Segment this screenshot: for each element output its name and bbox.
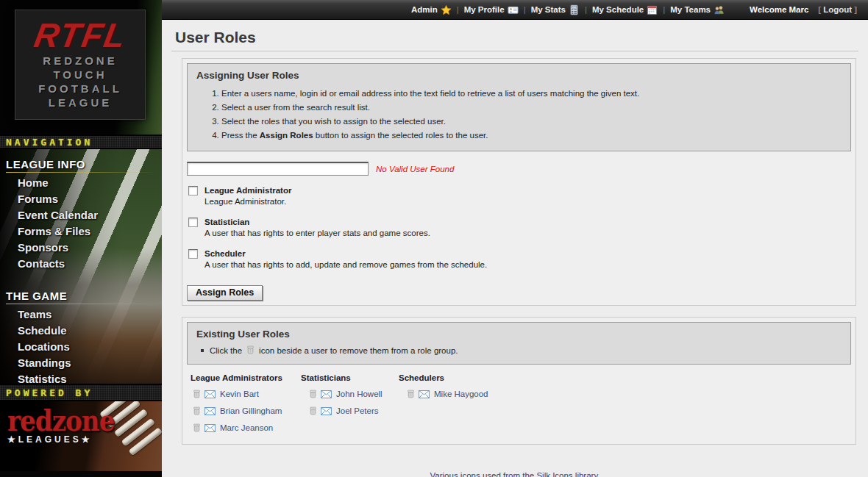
sidebar-section-title: LEAGUE INFO [6,149,156,175]
role-checkbox-league-administrator[interactable] [188,186,198,196]
hint-icon-slot [242,345,259,356]
league-logo-line: LEAGUE [15,96,145,110]
user-link[interactable]: Joel Peters [336,406,379,415]
bin-icon[interactable] [192,406,202,416]
topnav-my-profile[interactable]: My Profile [464,4,519,15]
league-logo: RTFL REDZONE TOUCH FOOTBALL LEAGUE [15,10,146,120]
sidebar-item-locations[interactable]: Locations [0,339,162,355]
sidebar-section-title: THE GAME [6,272,156,306]
redzone-leagues-logo[interactable]: redzone ★LEAGUES★ [7,406,124,445]
mail-icon[interactable] [204,407,216,415]
role-checkbox-scheduler[interactable] [188,249,198,259]
assign-roles-panel: Assigning User Roles Enter a users name,… [182,58,856,306]
topnav-label: My Teams [670,5,711,14]
assign-box-title: Assigning User Roles [196,70,842,81]
role-description: A user that has rights to enter player s… [204,228,430,239]
user-row-mike-haygood: Mike Haygood [399,389,488,399]
user-link[interactable]: Marc Jeanson [220,423,273,432]
calculator-icon [569,4,580,15]
user-row-marc-jeanson: Marc Jeanson [191,423,301,433]
role-name: League Administrator [204,185,291,196]
logout-wrap: [ Logout ] [816,5,859,14]
user-row-joel-peters: Joel Peters [301,406,399,416]
logout-link[interactable]: Logout [823,5,852,14]
sidebar-item-home[interactable]: Home [0,175,162,191]
group-icon [714,4,725,15]
user-search-input[interactable] [187,162,369,176]
bin-icon[interactable] [308,406,318,416]
sidebar-item-contacts[interactable]: Contacts [0,256,162,272]
role-name: Statistician [204,217,430,227]
footer-link-silk-icons[interactable]: Silk Icons [536,471,572,477]
topnav-admin[interactable]: Admin [411,4,452,15]
topnav-my-stats[interactable]: My Stats [531,4,580,15]
sidebar-bottom-strip [0,471,162,477]
title-divider [171,51,858,51]
bracket: ] [854,5,857,14]
sidebar-item-schedule[interactable]: Schedule [0,323,162,339]
group-league-administrators: League AdministratorsKevin BartBrian Gil… [191,373,301,440]
main-area: Admin|My Profile|My Stats|My Schedule|My… [162,0,868,477]
bin-icon[interactable] [192,423,202,433]
topnav-label: My Profile [464,5,505,14]
existing-box-title: Existing User Roles [196,329,842,340]
role-description: A user that has rights to add, update an… [204,259,487,270]
redzone-logo-text: redzone [7,406,114,435]
separator: | [524,5,526,14]
topnav-label: My Schedule [592,5,644,14]
vcard-icon [508,4,519,15]
bracket: [ [818,5,821,14]
user-link[interactable]: John Howell [336,390,383,398]
sidebar-item-sponsors[interactable]: Sponsors [0,240,162,256]
topnav-my-schedule[interactable]: My Schedule [592,4,658,15]
instructions-list: Enter a users name, login id or email ad… [196,87,842,141]
group-statisticians: StatisticiansJohn HowellJoel Peters [301,373,399,440]
bin-icon [246,345,255,355]
sidebar-item-teams[interactable]: Teams [0,306,162,323]
user-link[interactable]: Mike Haygood [434,390,488,398]
user-row-brian-gillingham: Brian Gillingham [191,406,301,416]
existing-hint: Click the icon beside a user to remove t… [196,345,842,356]
separator: | [457,5,459,14]
instruction-item: Select a user from the search result lis… [221,101,842,113]
role-row-scheduler: SchedulerA user that has rights to add, … [187,248,851,270]
role-row-statistician: StatisticianA user that has rights to en… [187,217,851,239]
footer: Various icons used from the Silk Icons l… [171,468,858,477]
bin-icon[interactable] [406,389,416,399]
user-link[interactable]: Kevin Bart [220,390,259,398]
group-title: Statisticians [301,373,399,382]
sidebar: RTFL REDZONE TOUCH FOOTBALL LEAGUE NAVIG… [0,0,162,477]
role-description: League Administrator. [204,196,291,207]
sidebar-item-forms-files[interactable]: Forms & Files [0,223,162,240]
calendar-icon [647,4,658,15]
role-name: Scheduler [204,248,487,259]
hint-prefix: Click the [210,346,242,355]
user-row-kevin-bart: Kevin Bart [191,389,301,399]
existing-user-roles-box: Existing User Roles Click the icon besid… [187,322,851,365]
sidebar-item-statistics[interactable]: Statistics [0,371,162,387]
mail-icon[interactable] [419,390,430,398]
mail-icon[interactable] [204,390,216,398]
role-text: League AdministratorLeague Administrator… [204,185,291,207]
role-checkbox-statistician[interactable] [188,218,198,227]
sidebar-item-forums[interactable]: Forums [0,191,162,207]
bin-icon[interactable] [308,389,318,399]
existing-roles-panel: Existing User Roles Click the icon besid… [182,317,856,445]
mail-icon[interactable] [321,390,332,398]
user-link[interactable]: Brian Gillingham [220,406,282,415]
instruction-item: Enter a users name, login id or email ad… [221,87,842,99]
topnav-my-teams[interactable]: My Teams [670,4,725,15]
sidebar-item-standings[interactable]: Standings [0,355,162,371]
topnav-label: My Stats [531,5,566,14]
separator: | [585,5,587,14]
mail-icon[interactable] [204,424,216,432]
group-title: League Administrators [191,373,301,382]
page-title: User Roles [175,27,868,47]
mail-icon[interactable] [321,407,332,415]
footer-line-1: Various icons used from the Silk Icons l… [171,468,858,477]
league-logo-line: REDZONE [15,54,145,68]
sidebar-item-event-calendar[interactable]: Event Calendar [0,207,162,223]
assign-roles-button[interactable]: Assign Roles [187,285,263,301]
bullet-icon [201,349,204,352]
bin-icon[interactable] [192,389,202,399]
